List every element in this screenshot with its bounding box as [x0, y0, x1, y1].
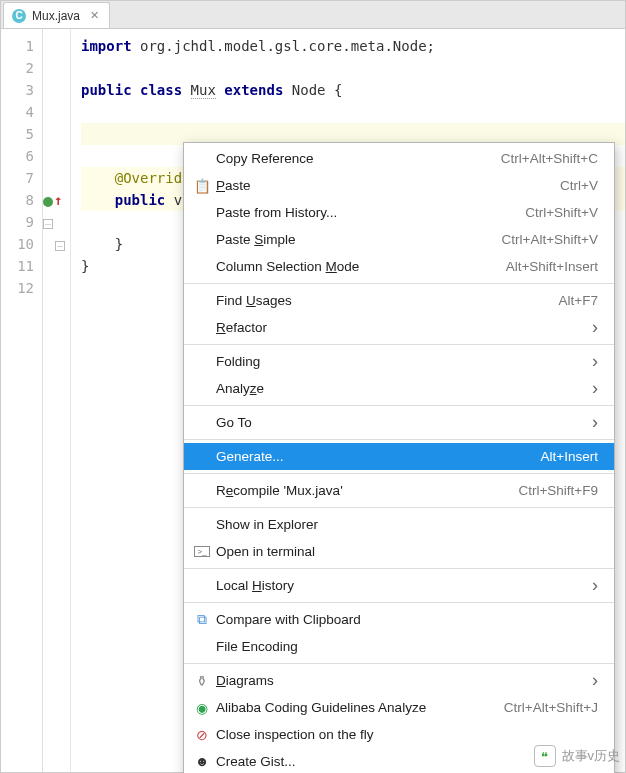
- wechat-icon: ❝: [534, 745, 556, 767]
- marker-cell: [43, 167, 70, 189]
- menu-item-shortcut: Ctrl+Shift+F9: [518, 483, 598, 498]
- alibaba-icon: ◉: [192, 700, 212, 716]
- blank-icon: [192, 483, 212, 499]
- code-line[interactable]: public class Mux extends Node {: [81, 79, 625, 101]
- menu-item-alibaba-coding-guidelines-analyze[interactable]: ◉Alibaba Coding Guidelines AnalyzeCtrl+A…: [184, 694, 614, 721]
- menu-item-go-to[interactable]: Go To›: [184, 409, 614, 436]
- blank-icon: [192, 354, 212, 370]
- menu-item-file-encoding[interactable]: File Encoding: [184, 633, 614, 660]
- line-number-gutter: 123456789101112: [1, 29, 43, 772]
- menu-item-column-selection-mode[interactable]: Column Selection ModeAlt+Shift+Insert: [184, 253, 614, 280]
- menu-item-shortcut: Ctrl+Shift+V: [525, 205, 598, 220]
- menu-item-local-history[interactable]: Local History›: [184, 572, 614, 599]
- menu-item-shortcut: Alt+Insert: [541, 449, 598, 464]
- menu-item-label: Compare with Clipboard: [212, 612, 598, 627]
- fold-close-icon[interactable]: –: [55, 241, 65, 251]
- marker-cell: [43, 101, 70, 123]
- code-line[interactable]: [81, 101, 625, 123]
- menu-item-open-in-terminal[interactable]: >_Open in terminal: [184, 538, 614, 565]
- menu-item-paste[interactable]: 📋PasteCtrl+V: [184, 172, 614, 199]
- menu-item-shortcut: Ctrl+Alt+Shift+C: [501, 151, 598, 166]
- menu-item-label: Go To: [212, 415, 584, 430]
- menu-item-compare-with-clipboard[interactable]: ⧉Compare with Clipboard: [184, 606, 614, 633]
- code-line[interactable]: import org.jchdl.model.gsl.core.meta.Nod…: [81, 35, 625, 57]
- blank-icon: [192, 449, 212, 465]
- menu-separator: [184, 344, 614, 345]
- menu-item-label: Show in Explorer: [212, 517, 598, 532]
- menu-item-label: Paste: [212, 178, 560, 193]
- paste-icon: 📋: [192, 178, 212, 194]
- line-number: 9: [1, 211, 34, 233]
- menu-item-show-in-explorer[interactable]: Show in Explorer: [184, 511, 614, 538]
- tab-bar: C Mux.java ✕: [1, 1, 625, 29]
- menu-item-label: Column Selection Mode: [212, 259, 506, 274]
- menu-item-refactor[interactable]: Refactor›: [184, 314, 614, 341]
- marker-cell: [43, 277, 70, 299]
- blank-icon: [192, 151, 212, 167]
- blank-icon: [192, 205, 212, 221]
- menu-item-label: Find Usages: [212, 293, 559, 308]
- marker-cell: ↑ –: [43, 189, 70, 211]
- menu-item-shortcut: Alt+F7: [559, 293, 598, 308]
- line-number: 1: [1, 35, 34, 57]
- menu-item-copy-reference[interactable]: Copy ReferenceCtrl+Alt+Shift+C: [184, 145, 614, 172]
- line-number: 6: [1, 145, 34, 167]
- marker-column: ↑ ––: [43, 29, 71, 772]
- menu-separator: [184, 473, 614, 474]
- menu-item-label: Paste from History...: [212, 205, 525, 220]
- line-number: 2: [1, 57, 34, 79]
- menu-separator: [184, 602, 614, 603]
- code-line[interactable]: [81, 57, 625, 79]
- menu-item-recompile-mux-java[interactable]: Recompile 'Mux.java'Ctrl+Shift+F9: [184, 477, 614, 504]
- line-number: 11: [1, 255, 34, 277]
- class-icon: C: [12, 9, 26, 23]
- menu-item-generate[interactable]: Generate...Alt+Insert: [184, 443, 614, 470]
- blank-icon: [192, 517, 212, 533]
- menu-item-label: Open in terminal: [212, 544, 598, 559]
- blank-icon: [192, 415, 212, 431]
- override-marker-icon: [43, 197, 53, 207]
- line-number: 7: [1, 167, 34, 189]
- editor-context-menu[interactable]: Copy ReferenceCtrl+Alt+Shift+C📋PasteCtrl…: [183, 142, 615, 773]
- menu-item-folding[interactable]: Folding›: [184, 348, 614, 375]
- menu-item-label: Analyze: [212, 381, 584, 396]
- menu-item-label: Local History: [212, 578, 584, 593]
- marker-cell: –: [43, 233, 70, 255]
- marker-cell: [43, 123, 70, 145]
- menu-item-paste-from-history[interactable]: Paste from History...Ctrl+Shift+V: [184, 199, 614, 226]
- menu-item-analyze[interactable]: Analyze›: [184, 375, 614, 402]
- chevron-right-icon: ›: [592, 317, 598, 338]
- blank-icon: [192, 639, 212, 655]
- menu-separator: [184, 568, 614, 569]
- up-arrow-icon: ↑: [54, 192, 62, 208]
- menu-item-diagrams[interactable]: ⚱Diagrams›: [184, 667, 614, 694]
- menu-item-paste-simple[interactable]: Paste SimpleCtrl+Alt+Shift+V: [184, 226, 614, 253]
- menu-item-label: File Encoding: [212, 639, 598, 654]
- menu-separator: [184, 405, 614, 406]
- menu-item-label: Paste Simple: [212, 232, 502, 247]
- menu-separator: [184, 663, 614, 664]
- watermark: ❝ 故事v历史: [534, 745, 621, 767]
- menu-item-shortcut: Ctrl+V: [560, 178, 598, 193]
- file-tab[interactable]: C Mux.java ✕: [3, 2, 110, 28]
- blank-icon: [192, 578, 212, 594]
- chevron-right-icon: ›: [592, 670, 598, 691]
- compare-icon: ⧉: [192, 612, 212, 628]
- menu-item-label: Refactor: [212, 320, 584, 335]
- line-number: 10: [1, 233, 34, 255]
- menu-item-close-inspection-on-the-fly[interactable]: ⊘Close inspection on the fly: [184, 721, 614, 748]
- close-icon[interactable]: ✕: [90, 9, 99, 22]
- marker-cell: [43, 57, 70, 79]
- chevron-right-icon: ›: [592, 575, 598, 596]
- marker-cell: [43, 211, 70, 233]
- line-number: 5: [1, 123, 34, 145]
- menu-item-shortcut: Alt+Shift+Insert: [506, 259, 598, 274]
- blank-icon: [192, 259, 212, 275]
- blank-icon: [192, 381, 212, 397]
- blank-icon: [192, 293, 212, 309]
- menu-item-find-usages[interactable]: Find UsagesAlt+F7: [184, 287, 614, 314]
- marker-cell: [43, 35, 70, 57]
- marker-cell: [43, 79, 70, 101]
- watermark-text: 故事v历史: [562, 747, 621, 765]
- marker-cell: [43, 145, 70, 167]
